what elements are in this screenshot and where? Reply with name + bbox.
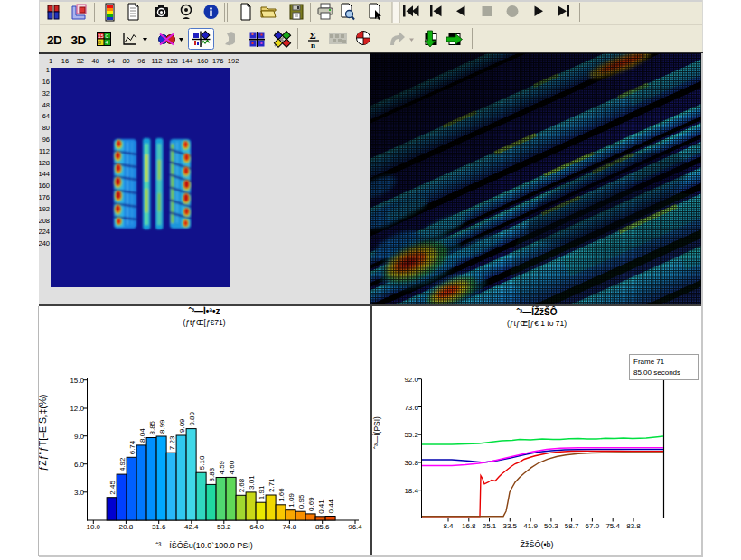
svg-text:Frame 71: Frame 71	[633, 358, 665, 366]
svg-text:3.01: 3.01	[248, 475, 256, 490]
svg-text:15: 15	[98, 33, 104, 39]
svg-text:ˆ³—Í(PSI): ˆ³—Í(PSI)	[372, 416, 381, 449]
svg-text:ˆ³—Í•ª•z: ˆ³—Í•ª•z	[188, 306, 220, 316]
svg-text:18.4: 18.4	[404, 487, 418, 495]
svg-text:0.95: 0.95	[297, 494, 305, 509]
svg-text:3.0: 3.0	[74, 489, 85, 497]
svg-text:92.0: 92.0	[404, 376, 418, 384]
svg-text:6.74: 6.74	[128, 440, 136, 454]
svg-text:4.92: 4.92	[118, 457, 127, 471]
svg-text:1: 1	[46, 66, 50, 74]
svg-text:1.09: 1.09	[287, 493, 295, 508]
svg-text:48: 48	[92, 57, 99, 65]
svg-text:1.66: 1.66	[277, 488, 286, 502]
svg-text:176: 176	[39, 193, 50, 201]
svg-text:31.6: 31.6	[152, 523, 166, 531]
svg-text:9.09: 9.09	[178, 418, 186, 433]
svg-text:0.41: 0.41	[317, 499, 325, 514]
svg-text:C: C	[106, 33, 109, 39]
svg-text:224: 224	[39, 228, 50, 236]
svg-text:2D: 2D	[47, 33, 62, 47]
svg-text:(ƒtƒŒ[ƒ€71): (ƒtƒŒ[ƒ€71)	[183, 318, 225, 327]
svg-text:25.1: 25.1	[483, 522, 497, 530]
svg-text:7.23: 7.23	[168, 435, 176, 450]
svg-text:2.71: 2.71	[267, 478, 276, 492]
svg-text:36.8: 36.8	[404, 459, 418, 467]
svg-text:144: 144	[182, 57, 193, 65]
svg-text:80: 80	[122, 57, 129, 65]
svg-text:64: 64	[42, 112, 50, 120]
svg-text:42.4: 42.4	[184, 523, 199, 531]
svg-text:8.04: 8.04	[138, 428, 146, 443]
svg-text:33.5: 33.5	[503, 522, 518, 530]
svg-text:2.45: 2.45	[108, 481, 117, 495]
svg-text:75.4: 75.4	[605, 522, 620, 530]
svg-text:128: 128	[166, 57, 178, 65]
svg-text:8: 8	[98, 40, 101, 45]
svg-text:16: 16	[42, 78, 50, 86]
svg-text:3.83: 3.83	[208, 467, 216, 481]
svg-text:0.44: 0.44	[327, 499, 335, 513]
svg-text:12.0: 12.0	[70, 405, 84, 413]
svg-text:96: 96	[42, 135, 50, 144]
svg-text:3D: 3D	[71, 33, 87, 47]
svg-text:192: 192	[228, 57, 239, 65]
svg-text:4.60: 4.60	[228, 460, 236, 474]
svg-text:(ƒtƒŒ[ƒ€ 1 to 71): (ƒtƒŒ[ƒ€ 1 to 71)	[507, 319, 567, 328]
svg-text:41.9: 41.9	[523, 522, 538, 530]
svg-text:4.59: 4.59	[218, 460, 226, 474]
svg-text:83.8: 83.8	[626, 522, 641, 530]
svg-text:48: 48	[42, 101, 50, 109]
svg-text:144: 144	[39, 170, 50, 178]
svg-text:32: 32	[42, 89, 50, 98]
svg-text:50.3: 50.3	[544, 522, 558, 530]
svg-text:55.2: 55.2	[404, 431, 418, 439]
svg-text:112: 112	[39, 147, 50, 155]
svg-text:8.85: 8.85	[148, 420, 156, 434]
svg-text:96: 96	[137, 57, 145, 65]
svg-text:112: 112	[152, 57, 163, 65]
svg-text:85.6: 85.6	[315, 523, 330, 531]
svg-text:ƒZƒ“ƒT[–ÊÏŠ„‡(%): ƒZƒ“ƒT[–ÊÏŠ„‡(%)	[39, 394, 48, 471]
svg-text:9.80: 9.80	[188, 411, 196, 425]
svg-text:85.00 seconds: 85.00 seconds	[633, 369, 680, 377]
svg-text:192: 192	[39, 205, 50, 213]
svg-text:ˆ³—ÍŠÔŠu(10.0`100.0 PSI): ˆ³—ÍŠÔŠu(10.0`100.0 PSI)	[155, 541, 253, 550]
svg-text:0.69: 0.69	[307, 497, 315, 511]
svg-text:9.0: 9.0	[74, 433, 85, 441]
svg-text:74.8: 74.8	[283, 523, 297, 531]
svg-text:240: 240	[39, 239, 50, 247]
svg-text:208: 208	[39, 217, 50, 225]
svg-text:1: 1	[49, 57, 52, 65]
svg-text:Σ: Σ	[310, 30, 316, 41]
svg-text:4: 4	[106, 40, 108, 45]
svg-text:n: n	[311, 41, 315, 50]
svg-text:15.0: 15.0	[70, 377, 84, 385]
svg-text:32: 32	[77, 57, 84, 65]
svg-text:160: 160	[197, 57, 209, 65]
svg-text:10.0: 10.0	[87, 523, 101, 531]
svg-text:20.8: 20.8	[119, 523, 134, 531]
svg-text:73.6: 73.6	[404, 404, 418, 412]
svg-text:96.4: 96.4	[348, 523, 362, 531]
svg-text:64: 64	[108, 57, 115, 65]
svg-text:176: 176	[212, 57, 224, 65]
svg-text:58.7: 58.7	[565, 522, 579, 530]
svg-text:80: 80	[42, 124, 50, 132]
svg-text:67.0: 67.0	[586, 522, 600, 530]
svg-text:1.91: 1.91	[258, 485, 266, 499]
svg-text:2.68: 2.68	[238, 478, 246, 492]
svg-text:53.2: 53.2	[217, 523, 231, 531]
svg-text:5.10: 5.10	[198, 455, 206, 470]
svg-text:6.0: 6.0	[74, 461, 85, 469]
svg-text:16.8: 16.8	[462, 522, 476, 530]
svg-text:ŽžŠÔ(•b): ŽžŠÔ(•b)	[520, 540, 553, 549]
svg-text:160: 160	[39, 182, 50, 190]
svg-text:8.4: 8.4	[443, 522, 454, 530]
svg-text:ˆ³—ÍŽžŠÔ: ˆ³—ÍŽžŠÔ	[517, 306, 558, 317]
svg-text:16: 16	[61, 57, 69, 65]
svg-text:64.0: 64.0	[249, 523, 264, 531]
svg-text:128: 128	[39, 159, 50, 167]
svg-text:8.99: 8.99	[158, 419, 166, 434]
